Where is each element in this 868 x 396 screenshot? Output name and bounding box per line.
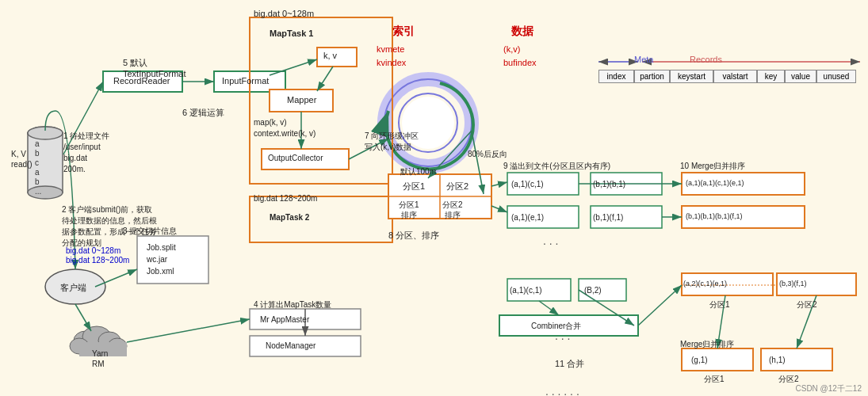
appmaster-label: Mr AppMaster — [260, 314, 309, 325]
bigdat2-blue: big.dat 128~200m — [66, 255, 129, 265]
step1-label: 1 待处理文件 /user/input big.dat 200m. — [63, 131, 109, 175]
step11-label: 11 合并 — [555, 358, 584, 369]
svg-point-24 — [384, 79, 472, 166]
result-b1b1-label: (b,1)(b,1)(b,1)(f,1) — [686, 212, 743, 222]
svg-rect-8 — [28, 133, 63, 192]
merge2-b-label: (b,1)(f,1) — [593, 212, 623, 223]
partition1-sort-label: 分区1 排序 — [399, 200, 419, 220]
svg-line-63 — [491, 206, 507, 212]
combiner-result2-label: (b,3)(f,1) — [779, 280, 807, 289]
svg-line-72 — [95, 269, 137, 287]
merge-sort-label: Merge归并排序 — [680, 339, 734, 349]
data-title-label: 数据 — [511, 24, 533, 38]
partition1-label: 分区1 — [403, 181, 425, 192]
svg-line-57 — [317, 67, 333, 91]
partition2-sort-label: 分区2 排序 — [442, 200, 463, 220]
svg-text:c: c — [35, 158, 39, 167]
result-a1c1-label: (a,1)(a,1)(c,1)(e,1) — [686, 179, 744, 188]
kv-input-label: K, V read() — [11, 149, 33, 169]
outputcollector-label: OutputCollector — [268, 153, 323, 163]
maptask1-label: MapTask 1 — [270, 28, 313, 39]
th-keystart: keystart — [670, 70, 713, 83]
map-write-label: map(k, v) context.write(k, v) — [254, 117, 315, 139]
combiner-p1-label: 分区1 — [709, 299, 730, 310]
step4-label: 4 计算出MapTask数量 — [254, 299, 331, 310]
bigdat-range1-label: big.dat 0~128m — [254, 8, 314, 19]
recordreader-label: RecordReader — [113, 75, 170, 86]
index-title-label: 索引 — [392, 24, 415, 38]
th-partion: partion — [634, 70, 670, 83]
combiner-label: Combiner合并 — [531, 321, 581, 331]
bigdat-range2-label: big.dat 128~200m — [254, 193, 317, 204]
svg-point-25 — [384, 79, 472, 166]
svg-line-60 — [472, 131, 484, 194]
svg-point-19 — [82, 326, 111, 347]
kvindex-label: kvindex — [377, 57, 406, 68]
client-label: 客户端 — [60, 282, 86, 293]
svg-point-20 — [98, 332, 120, 349]
meta-label: Meta — [634, 54, 653, 65]
step9-label: 9 溢出到文件(分区且区内有序) — [503, 161, 610, 171]
step7-label: 7 向环形缓冲区 写入(k,v)数据 — [365, 131, 419, 153]
th-index: index — [598, 70, 634, 83]
yarn-rm-label: Yarn RM — [92, 348, 108, 369]
inputformat-label: InputFormat — [222, 75, 269, 86]
final-g1-label: (g,1) — [691, 355, 708, 365]
svg-line-68 — [638, 285, 682, 326]
svg-point-22 — [70, 338, 89, 354]
svg-point-9 — [28, 186, 63, 199]
svg-text:b: b — [35, 149, 40, 158]
svg-text:a: a — [35, 168, 40, 177]
th-unused: unused — [816, 70, 856, 83]
combiner-result1-label: (a,2)(c,1)(e,1) — [683, 280, 727, 289]
dots3-label: · · · · · · — [545, 386, 579, 396]
merge2-a-label: (a,1)(e,1) — [511, 212, 544, 223]
th-value: value — [785, 70, 816, 83]
merge1-b-label: (b,1)(b,1) — [593, 179, 625, 189]
combiner-p2-label: 分区2 — [797, 299, 817, 310]
step10-label: 10 Merge归并排序 — [680, 161, 745, 171]
job-files-label: Job.split wc.jar Job.xml — [147, 242, 176, 277]
merge1-a-label: (a,1)(c,1) — [511, 179, 544, 189]
svg-line-73 — [75, 304, 91, 331]
nodemanager-label: NodeManager — [266, 341, 315, 351]
dots1-label: · · · — [543, 236, 558, 250]
step3-label: 3 提交切片信息 — [123, 226, 177, 236]
default100m-label: 默认100m — [400, 166, 436, 177]
svg-line-74 — [127, 319, 250, 342]
mapper-label: Mapper — [287, 94, 316, 105]
svg-point-18 — [74, 331, 98, 350]
kv-data-label: (k,v) — [503, 44, 520, 55]
th-valstart: valstart — [713, 70, 757, 83]
records-label: Records — [690, 54, 722, 65]
kvmete-label: kvmete — [377, 44, 404, 55]
svg-text:a: a — [35, 139, 40, 148]
pct80-label: 80%后反向 — [468, 149, 507, 159]
combiner-a-label: (a,1)(c,1) — [510, 285, 542, 295]
th-key: key — [757, 70, 785, 83]
logic-op-label: 6 逻辑运算 — [182, 107, 224, 118]
svg-point-21 — [108, 338, 127, 354]
maptask2-label: MapTask 2 — [270, 212, 309, 223]
dots2-label: · · · — [555, 331, 570, 345]
svg-line-62 — [491, 182, 507, 186]
final-p1-label: 分区1 — [704, 374, 725, 384]
partition2-label: 分区2 — [446, 181, 468, 192]
svg-text:...: ... — [35, 187, 41, 196]
bufindex-label: bufindex — [503, 57, 537, 68]
combiner-b-label: (B,2) — [584, 285, 602, 295]
footer-label: CSDN @12千二12 — [795, 383, 862, 394]
svg-line-56 — [270, 59, 317, 75]
final-h1-label: (h,1) — [769, 355, 786, 365]
svg-line-67 — [539, 301, 559, 315]
svg-text:b: b — [35, 177, 40, 186]
step8-label: 8 分区、排序 — [388, 230, 439, 241]
svg-point-10 — [28, 127, 63, 139]
svg-point-7 — [28, 127, 63, 139]
kv-box-label: k, v — [323, 50, 337, 61]
